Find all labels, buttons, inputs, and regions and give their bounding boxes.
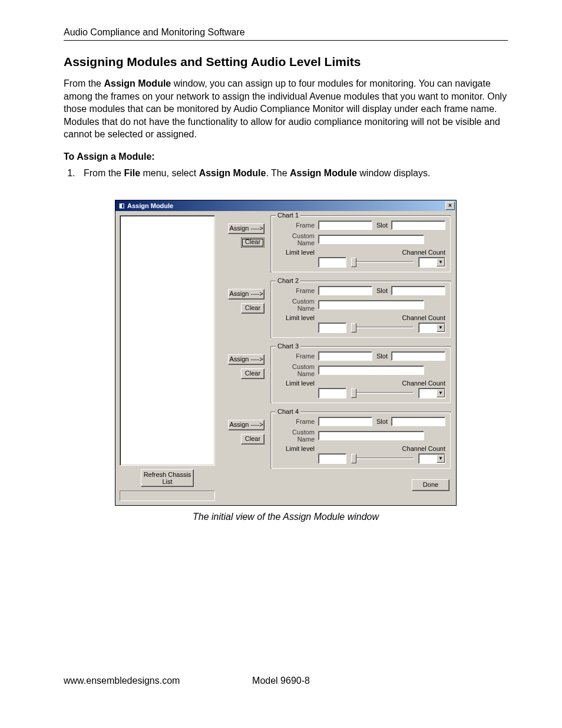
- footer-url: www.ensembledesigns.com: [64, 676, 180, 686]
- custom-name-label: Custom Name: [276, 232, 318, 246]
- assign-button-2[interactable]: Assign ---->: [228, 289, 265, 299]
- slot-label: Slot: [372, 418, 391, 425]
- slider-thumb-icon: [351, 323, 356, 332]
- custom-name-input-1[interactable]: [318, 235, 424, 244]
- chevron-down-icon: ▼: [437, 454, 445, 463]
- slider-thumb-icon: [351, 258, 356, 267]
- slider-thumb-icon: [351, 454, 356, 463]
- close-icon: ×: [448, 202, 452, 209]
- intro-paragraph: From the Assign Module window, you can a…: [64, 77, 508, 141]
- chart-group-legend-1: Chart 1: [276, 212, 300, 219]
- slot-input-1[interactable]: [391, 220, 445, 230]
- limit-level-slider-3[interactable]: [351, 387, 414, 399]
- step-1: From the File menu, select Assign Module…: [78, 168, 508, 179]
- assign-button-3[interactable]: Assign ---->: [228, 354, 265, 365]
- channel-count-label: Channel Count: [318, 380, 445, 387]
- channel-count-label: Channel Count: [318, 314, 445, 321]
- refresh-chassis-list-button[interactable]: Refresh Chassis List: [141, 469, 194, 487]
- chart-row-4: Assign ---->ClearChart 4FrameSlotCustom …: [220, 411, 452, 469]
- chart-row-2: Assign ---->ClearChart 2FrameSlotCustom …: [220, 281, 452, 338]
- chart-group-4: Chart 4FrameSlotCustom NameLimit levelCh…: [270, 411, 451, 469]
- chart-group-legend-3: Chart 3: [276, 342, 300, 350]
- channel-count-dropdown-2[interactable]: ▼: [418, 322, 445, 333]
- limit-level-input-1[interactable]: [318, 257, 346, 268]
- limit-level-input-4[interactable]: [318, 453, 346, 464]
- frame-input-2[interactable]: [318, 286, 372, 295]
- slider-thumb-icon: [351, 388, 356, 398]
- section-heading: Assigning Modules and Setting Audio Leve…: [64, 55, 508, 69]
- chevron-down-icon: ▼: [437, 324, 445, 332]
- clear-button-3[interactable]: Clear: [241, 368, 265, 379]
- running-head-rule: Audio Compliance and Monitoring Software: [64, 27, 508, 41]
- screenshot-figure: ◧ Assign Module × Refresh Chassis List: [64, 200, 508, 506]
- subheading-assign: To Assign a Module:: [64, 151, 508, 162]
- assign-button-1[interactable]: Assign ---->: [228, 223, 265, 234]
- limit-level-slider-4[interactable]: [351, 453, 414, 465]
- limit-level-label: Limit level: [276, 380, 318, 387]
- slot-input-4[interactable]: [391, 417, 445, 426]
- clear-button-4[interactable]: Clear: [241, 434, 265, 444]
- channel-count-dropdown-4[interactable]: ▼: [418, 453, 445, 464]
- limit-level-input-2[interactable]: [318, 322, 346, 333]
- window-titlebar[interactable]: ◧ Assign Module ×: [115, 200, 456, 211]
- frame-label: Frame: [276, 418, 318, 425]
- custom-name-input-4[interactable]: [318, 431, 424, 440]
- window-title: Assign Module: [127, 202, 173, 209]
- limit-level-slider-1[interactable]: [351, 256, 414, 268]
- frame-input-4[interactable]: [318, 417, 372, 426]
- clear-button-2[interactable]: Clear: [241, 303, 265, 314]
- limit-level-label: Limit level: [276, 249, 318, 256]
- channel-count-dropdown-1[interactable]: ▼: [418, 257, 445, 268]
- custom-name-label: Custom Name: [276, 363, 318, 377]
- channel-count-dropdown-3[interactable]: ▼: [418, 388, 445, 398]
- frame-input-3[interactable]: [318, 351, 372, 361]
- chassis-tree[interactable]: [120, 215, 215, 466]
- limit-level-slider-2[interactable]: [351, 322, 414, 334]
- slot-label: Slot: [372, 222, 391, 229]
- status-strip: [120, 490, 215, 501]
- chart-row-3: Assign ---->ClearChart 3FrameSlotCustom …: [220, 346, 452, 403]
- chart-row-1: Assign ---->ClearChart 1FrameSlotCustom …: [220, 215, 452, 272]
- chevron-down-icon: ▼: [437, 389, 445, 397]
- window-app-icon: ◧: [118, 202, 125, 209]
- clear-button-1[interactable]: Clear: [241, 238, 265, 248]
- chart-group-3: Chart 3FrameSlotCustom NameLimit levelCh…: [270, 346, 451, 403]
- chevron-down-icon: ▼: [437, 258, 445, 266]
- limit-level-label: Limit level: [276, 314, 318, 321]
- assign-module-window: ◧ Assign Module × Refresh Chassis List: [115, 200, 457, 506]
- step-list: From the File menu, select Assign Module…: [64, 168, 508, 179]
- custom-name-label: Custom Name: [276, 298, 318, 312]
- slot-input-3[interactable]: [391, 351, 445, 361]
- channel-count-label: Channel Count: [318, 445, 445, 452]
- running-head: Audio Compliance and Monitoring Software: [64, 27, 245, 37]
- frame-input-1[interactable]: [318, 220, 372, 230]
- done-button[interactable]: Done: [412, 479, 449, 491]
- slot-label: Slot: [372, 287, 391, 294]
- assign-button-4[interactable]: Assign ---->: [228, 420, 265, 430]
- frame-label: Frame: [276, 353, 318, 360]
- channel-count-label: Channel Count: [318, 249, 445, 256]
- window-close-button[interactable]: ×: [445, 202, 455, 210]
- chart-group-legend-2: Chart 2: [276, 277, 300, 284]
- chart-group-2: Chart 2FrameSlotCustom NameLimit levelCh…: [270, 281, 451, 338]
- limit-level-label: Limit level: [276, 445, 318, 452]
- slot-input-2[interactable]: [391, 286, 445, 295]
- custom-name-input-2[interactable]: [318, 300, 424, 309]
- limit-level-input-3[interactable]: [318, 388, 346, 398]
- slot-label: Slot: [372, 353, 391, 360]
- custom-name-input-3[interactable]: [318, 365, 424, 375]
- figure-caption: The initial view of the Assign Module wi…: [64, 512, 508, 522]
- chart-group-legend-4: Chart 4: [276, 408, 300, 415]
- frame-label: Frame: [276, 287, 318, 294]
- chart-group-1: Chart 1FrameSlotCustom NameLimit levelCh…: [270, 215, 451, 272]
- custom-name-label: Custom Name: [276, 429, 318, 443]
- frame-label: Frame: [276, 222, 318, 229]
